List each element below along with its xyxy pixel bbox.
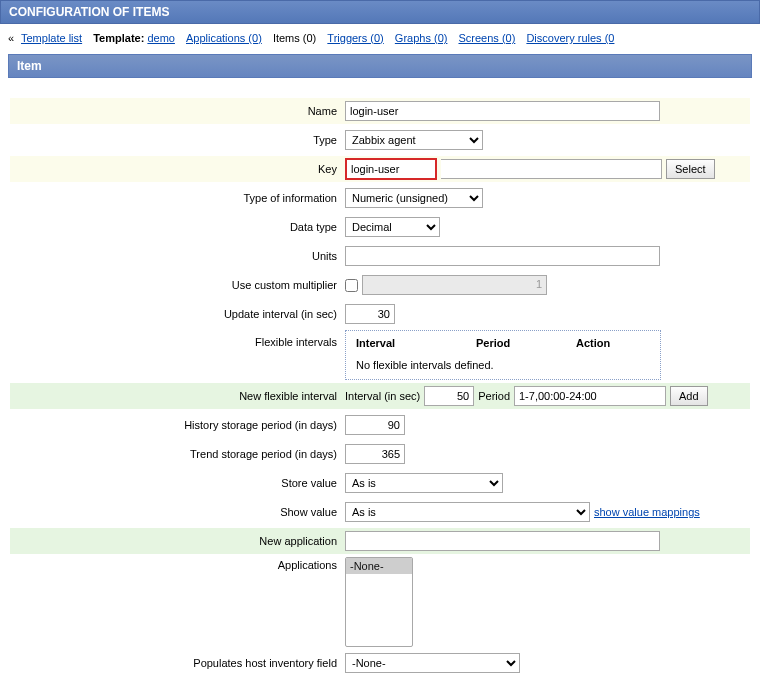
breadcrumb-items: Items (0)	[273, 32, 316, 44]
label-use-multiplier: Use custom multiplier	[10, 279, 345, 291]
add-button[interactable]: Add	[670, 386, 708, 406]
data-type-select[interactable]: Decimal	[345, 217, 440, 237]
section-header: Item	[8, 54, 752, 78]
key-highlight	[345, 158, 437, 180]
breadcrumb-template-list[interactable]: Template list	[21, 32, 82, 44]
inline-period-label: Period	[478, 390, 510, 402]
breadcrumb-triggers[interactable]: Triggers (0)	[327, 32, 383, 44]
label-applications: Applications	[10, 557, 345, 571]
label-history: History storage period (in days)	[10, 419, 345, 431]
show-value-mappings-link[interactable]: show value mappings	[594, 506, 700, 518]
label-key: Key	[10, 163, 345, 175]
flex-head-action: Action	[576, 337, 636, 349]
multiplier-value: 1	[362, 275, 547, 295]
new-application-input[interactable]	[345, 531, 660, 551]
label-flexible-intervals: Flexible intervals	[10, 330, 345, 348]
breadcrumb-template-label: Template:	[93, 32, 144, 44]
label-new-flex: New flexible interval	[10, 390, 345, 402]
applications-select[interactable]: -None-	[345, 557, 413, 647]
label-data-type: Data type	[10, 221, 345, 233]
breadcrumb: « Template list Template: demo Applicati…	[0, 24, 760, 54]
key-input-highlighted[interactable]	[347, 160, 435, 178]
breadcrumb-applications[interactable]: Applications (0)	[186, 32, 262, 44]
label-new-application: New application	[10, 535, 345, 547]
flexible-intervals-box: Interval Period Action No flexible inter…	[345, 330, 661, 380]
use-multiplier-checkbox[interactable]	[345, 279, 358, 292]
label-units: Units	[10, 250, 345, 262]
breadcrumb-graphs[interactable]: Graphs (0)	[395, 32, 448, 44]
history-input[interactable]	[345, 415, 405, 435]
units-input[interactable]	[345, 246, 660, 266]
page-header: CONFIGURATION OF ITEMS	[0, 0, 760, 24]
page-title: CONFIGURATION OF ITEMS	[9, 5, 169, 19]
inline-interval-label: Interval (in sec)	[345, 390, 420, 402]
label-name: Name	[10, 105, 345, 117]
breadcrumb-screens[interactable]: Screens (0)	[458, 32, 515, 44]
flex-head-period: Period	[476, 337, 576, 349]
breadcrumb-template-name[interactable]: demo	[147, 32, 175, 44]
flex-empty-msg: No flexible intervals defined.	[346, 355, 660, 379]
breadcrumb-discovery[interactable]: Discovery rules (0	[526, 32, 614, 44]
form: Name Type Zabbix agent Key Select Type o…	[0, 78, 760, 686]
label-update-interval: Update interval (in sec)	[10, 308, 345, 320]
label-type-info: Type of information	[10, 192, 345, 204]
update-interval-input[interactable]	[345, 304, 395, 324]
label-trend: Trend storage period (in days)	[10, 448, 345, 460]
flex-head-interval: Interval	[356, 337, 476, 349]
label-populates: Populates host inventory field	[10, 657, 345, 669]
section-title: Item	[17, 59, 42, 73]
type-select[interactable]: Zabbix agent	[345, 130, 483, 150]
label-store-value: Store value	[10, 477, 345, 489]
label-show-value: Show value	[10, 506, 345, 518]
trend-input[interactable]	[345, 444, 405, 464]
select-button[interactable]: Select	[666, 159, 715, 179]
breadcrumb-back-icon: «	[8, 32, 14, 44]
store-value-select[interactable]: As is	[345, 473, 503, 493]
name-input[interactable]	[345, 101, 660, 121]
label-type: Type	[10, 134, 345, 146]
type-info-select[interactable]: Numeric (unsigned)	[345, 188, 483, 208]
new-flex-period-input[interactable]	[514, 386, 666, 406]
key-input-rest[interactable]	[441, 159, 662, 179]
show-value-select[interactable]: As is	[345, 502, 590, 522]
new-flex-interval-input[interactable]	[424, 386, 474, 406]
populates-select[interactable]: -None-	[345, 653, 520, 673]
